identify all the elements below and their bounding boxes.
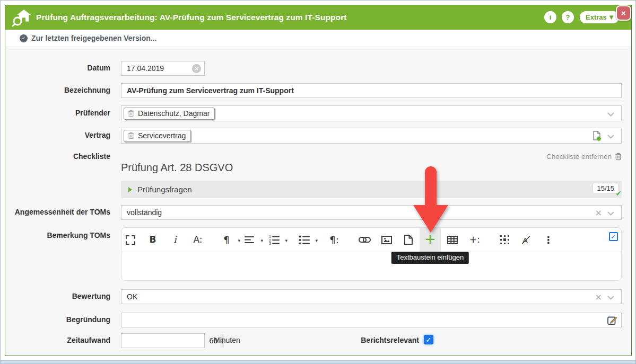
page-background-strip <box>1 360 635 363</box>
zeitaufwand-unit: Minuten <box>214 336 240 344</box>
datum-clear-icon[interactable]: × <box>192 64 201 73</box>
checkliste-remove-label: Checkliste entfernen <box>546 153 612 161</box>
editor-toggle-checkbox[interactable]: ✓ <box>609 232 618 241</box>
editor-content-area[interactable] <box>121 252 621 280</box>
pruefender-label: Prüfender <box>11 109 110 117</box>
angemessenheit-value: vollständig <box>127 208 162 217</box>
extras-label: Extras <box>586 13 607 21</box>
bezeichnung-input[interactable] <box>121 83 622 98</box>
cell-selection-icon[interactable] <box>494 228 515 252</box>
paragraph-format-icon[interactable]: ¶▾ <box>216 228 237 252</box>
vertrag-select[interactable]: Servicevertrag <box>121 128 622 144</box>
bewertung-value: OK <box>127 292 137 301</box>
pruefender-chip-label: Datenschutz, Dagmar <box>138 109 210 118</box>
clear-x-icon[interactable]: × <box>595 292 602 302</box>
begruendung-field[interactable] <box>121 313 622 327</box>
zeitaufwand-field: ▴ ▾ <box>121 333 205 348</box>
chevron-down-icon: ▼ <box>609 15 614 20</box>
dialog-subheader: ✓ Zur letzten freigegebenen Version... <box>5 30 631 47</box>
check-icon: ✔ <box>615 189 622 198</box>
angemessenheit-label: Angemessenheit der TOMs <box>11 208 110 216</box>
bold-icon[interactable]: B <box>142 228 163 252</box>
berichtsrelevant-checkbox[interactable]: ✓ <box>424 335 433 344</box>
trash-icon[interactable] <box>128 110 134 117</box>
new-document-icon[interactable] <box>591 131 602 141</box>
zeitaufwand-input[interactable] <box>121 334 221 348</box>
info-button[interactable]: i <box>544 11 556 23</box>
zeitaufwand-label: Zeitaufwand <box>11 336 110 344</box>
last-released-version-link[interactable]: ✓ Zur letzten freigegebenen Version... <box>20 34 157 42</box>
angemessenheit-select[interactable]: vollständig × <box>121 205 622 220</box>
progress-badge: 15/15 ✔ <box>593 183 618 193</box>
trash-icon[interactable] <box>615 153 622 161</box>
bezeichnung-label: Bezeichnung <box>11 86 110 94</box>
pruefung-dialog: Prüfung Auftragsverarbeitung: AV-Prüfung… <box>5 5 632 356</box>
version-link-label: Zur letzten freigegebenen Version... <box>31 34 157 42</box>
progress-value: 15/15 <box>597 184 614 192</box>
vertrag-chip-label: Servicevertrag <box>138 131 186 140</box>
application-window: Prüfung Auftragsverarbeitung: AV-Prüfung… <box>0 0 636 364</box>
extras-button[interactable]: Extras ▼ <box>580 11 619 23</box>
chevron-down-icon[interactable] <box>607 112 614 117</box>
vertrag-label: Vertrag <box>11 131 110 139</box>
datum-label: Datum <box>11 64 110 72</box>
check-icon: ✓ <box>426 336 432 344</box>
dialog-header: Prüfung Auftragsverarbeitung: AV-Prüfung… <box>5 5 631 30</box>
chevron-down-icon[interactable] <box>607 135 614 139</box>
ordered-list-icon[interactable]: 123▾ <box>263 228 284 252</box>
chevron-down-icon[interactable] <box>607 211 614 216</box>
check-circle-icon: ✓ <box>20 34 28 42</box>
berichtsrelevant-label: Berichtsrelevant <box>302 336 419 344</box>
pruefender-select[interactable]: Datenschutz, Dagmar <box>121 105 622 121</box>
clear-formatting-icon[interactable]: A <box>516 228 537 252</box>
expand-triangle-icon <box>128 187 132 192</box>
more-options-icon[interactable]: ⋮ <box>538 228 559 252</box>
document-icon[interactable] <box>398 228 419 252</box>
insert-textblock-icon[interactable]: + <box>420 228 441 252</box>
svg-text:3: 3 <box>269 242 271 245</box>
font-settings-icon[interactable]: A: <box>187 228 208 252</box>
link-icon[interactable] <box>354 228 375 252</box>
pruefungsfragen-label: Prüfungsfragen <box>137 185 192 194</box>
bewertung-select[interactable]: OK × <box>121 289 622 304</box>
checkliste-title: Prüfung Art. 28 DSGVO <box>121 162 233 174</box>
checkliste-remove-link[interactable]: Checkliste entfernen <box>121 153 622 161</box>
table-icon[interactable] <box>442 228 463 252</box>
vertrag-chip[interactable]: Servicevertrag <box>124 130 191 142</box>
image-icon[interactable] <box>376 228 397 252</box>
chevron-down-icon[interactable] <box>607 296 614 300</box>
begruendung-label: Begründung <box>11 315 110 324</box>
pruefender-chip[interactable]: Datenschutz, Dagmar <box>124 108 215 120</box>
editor-toolbar: BiA:¶▾▾123▾▾¶:++:A⋮ <box>121 228 621 252</box>
insert-table-options-icon[interactable]: +: <box>464 228 485 252</box>
unordered-list-icon[interactable]: ▾ <box>293 228 315 252</box>
italic-icon[interactable]: i <box>164 228 186 252</box>
audit-house-logo-icon <box>12 8 33 28</box>
fullscreen-icon[interactable] <box>120 228 141 252</box>
clear-x-icon[interactable]: × <box>595 208 602 218</box>
help-button[interactable]: ? <box>562 11 574 23</box>
checkliste-label: Checkliste <box>11 152 110 161</box>
trash-icon[interactable] <box>128 132 134 139</box>
close-button[interactable]: × <box>616 5 631 21</box>
check-icon: ✓ <box>611 233 616 241</box>
paragraph-options-icon[interactable]: ¶: <box>324 228 345 252</box>
bemerkung-label: Bemerkung TOMs <box>11 231 110 239</box>
align-icon[interactable]: ▾ <box>239 228 260 252</box>
bewertung-label: Bewertung <box>11 292 110 300</box>
pointer-arrow <box>412 166 449 234</box>
edit-icon[interactable] <box>607 315 617 325</box>
rich-text-editor[interactable]: BiA:¶▾▾123▾▾¶:++:A⋮ ✓ <box>121 227 622 281</box>
pruefungsfragen-accordion[interactable]: Prüfungsfragen 15/15 ✔ <box>121 181 622 198</box>
textbaustein-tooltip: Textbaustein einfügen <box>391 252 469 264</box>
dialog-title: Prüfung Auftragsverarbeitung: AV-Prüfung… <box>36 5 347 30</box>
